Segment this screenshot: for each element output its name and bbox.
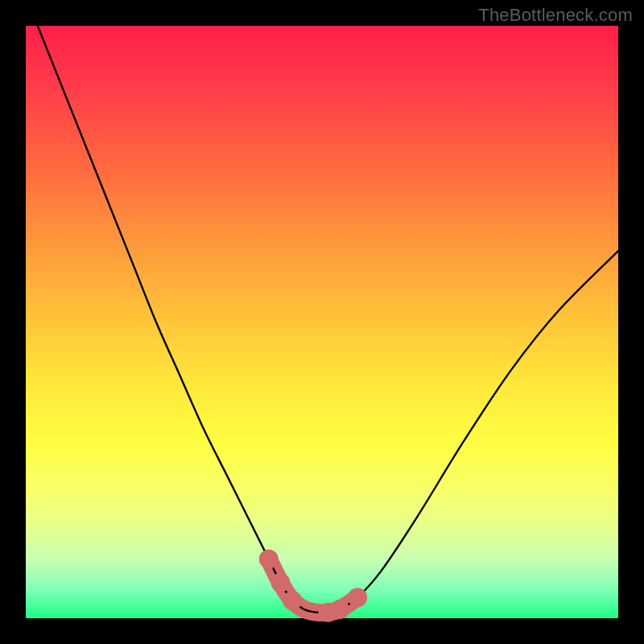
bottleneck-curve bbox=[38, 26, 618, 613]
highlight-dot bbox=[348, 588, 367, 607]
curve-layer bbox=[26, 26, 618, 618]
watermark-text: TheBottleneck.com bbox=[478, 5, 633, 26]
highlight-dot bbox=[283, 591, 302, 610]
highlight-dot bbox=[270, 573, 290, 592]
highlight-dot bbox=[330, 600, 349, 619]
chart-frame: TheBottleneck.com bbox=[0, 0, 644, 644]
highlight-dot bbox=[259, 549, 279, 568]
plot-area bbox=[26, 26, 618, 618]
